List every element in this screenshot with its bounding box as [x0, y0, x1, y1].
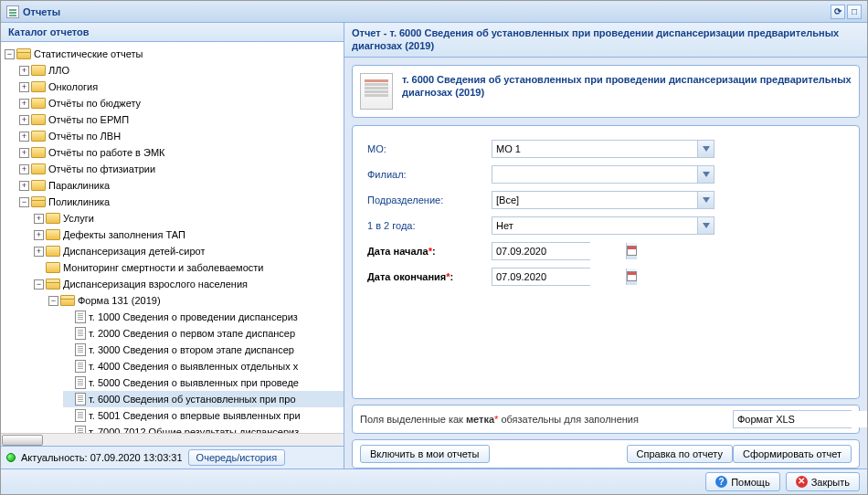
expand-icon[interactable]: +	[19, 66, 29, 76]
tree-node[interactable]: т. 5000 Сведения о выявленных при провед…	[63, 374, 344, 391]
close-icon: ✕	[796, 476, 808, 488]
document-icon	[75, 409, 86, 422]
tree-node-label: Поликлиника	[48, 196, 110, 207]
chevron-down-icon[interactable]	[697, 217, 714, 234]
mo-input[interactable]	[492, 141, 697, 157]
expand-icon[interactable]: +	[19, 148, 29, 158]
date-from-field[interactable]	[492, 242, 590, 260]
window-title: Отчеты	[23, 6, 60, 17]
tree-node-label: т. 1000 Сведения о проведении диспансери…	[89, 311, 298, 322]
include-button[interactable]: Включить в мои отчеты	[360, 445, 490, 463]
tree-node[interactable]: +Дефекты заполнения ТАП	[34, 226, 344, 243]
required-note: Поля выделенные как метка* обязательны д…	[352, 405, 860, 434]
mo-combo[interactable]	[492, 140, 715, 158]
dept-input[interactable]	[492, 192, 697, 208]
chevron-down-icon[interactable]	[697, 166, 714, 183]
help-button[interactable]: ?Помощь	[705, 472, 780, 491]
tree-node[interactable]: т. 7000-7012 Общие результаты диспансери…	[63, 424, 344, 433]
tree-spacer	[34, 263, 44, 273]
tree-node[interactable]: Мониторинг смертности и заболеваемости	[34, 259, 344, 276]
date-to-field[interactable]	[492, 268, 590, 286]
tree-node[interactable]: +Отчёты по бюджету	[19, 95, 344, 111]
collapse-icon[interactable]: −	[5, 49, 15, 59]
close-button[interactable]: ✕Закрыть	[786, 472, 860, 491]
chevron-down-icon[interactable]	[697, 192, 714, 208]
generate-button[interactable]: Сформировать отчет	[733, 445, 852, 463]
chevron-down-icon[interactable]	[697, 141, 714, 157]
report-title: т. 6000 Сведения об установленных при пр…	[402, 73, 852, 100]
queue-history-button[interactable]: Очередь/история	[188, 449, 286, 466]
report-document-icon	[360, 73, 393, 110]
catalog-panel: Каталог отчетов − Статистические отчеты …	[1, 23, 344, 469]
folder-icon	[31, 147, 46, 158]
tree-node-label: Мониторинг смертности и заболеваемости	[63, 262, 263, 273]
tree-node-label: Форма 131 (2019)	[78, 295, 161, 306]
expand-icon[interactable]: +	[34, 230, 44, 240]
tree-node[interactable]: т. 2000 Сведения о первом этапе диспансе…	[63, 325, 344, 342]
branch-input[interactable]	[492, 166, 697, 183]
tree-node[interactable]: т. 6000 Сведения об установленных при пр…	[63, 391, 344, 407]
tree-node[interactable]: +Услуги	[34, 210, 344, 226]
reports-icon	[6, 5, 19, 18]
tree-node[interactable]: +Отчёты по фтизиатрии	[19, 161, 344, 177]
dept-combo[interactable]	[492, 191, 715, 209]
document-icon	[75, 393, 86, 405]
format-combo[interactable]	[733, 410, 852, 428]
tree-node[interactable]: +Диспансеризация детей-сирот	[34, 243, 344, 259]
refresh-button[interactable]: ⟳	[831, 5, 845, 19]
tree-node[interactable]: +Отчёты по ЛВН	[19, 128, 344, 144]
tree-node[interactable]: т. 1000 Сведения о проведении диспансери…	[63, 309, 344, 325]
tree-node[interactable]: +Онкология	[19, 79, 344, 95]
expand-icon[interactable]: +	[34, 214, 44, 224]
tree-node[interactable]: −Поликлиника	[19, 194, 344, 210]
freq-combo[interactable]	[492, 216, 715, 235]
tree-root[interactable]: − Статистические отчеты	[5, 46, 344, 62]
tree-node[interactable]: −Диспансеризация взрослого населения	[34, 276, 344, 292]
tree-node-label: Отчёты по ЛВН	[48, 131, 121, 142]
horizontal-scrollbar[interactable]	[1, 433, 344, 446]
window-footer: ?Помощь ✕Закрыть	[1, 469, 867, 494]
mo-label: МО:	[367, 143, 492, 154]
calendar-icon[interactable]	[626, 269, 637, 285]
expand-icon[interactable]: +	[34, 247, 44, 257]
tree-node[interactable]: +Параклиника	[19, 177, 344, 194]
date-to-input[interactable]	[492, 269, 626, 285]
report-panel: Отчет - т. 6000 Сведения об установленны…	[344, 23, 867, 469]
expand-icon[interactable]: +	[19, 181, 29, 191]
collapse-icon[interactable]: −	[19, 197, 29, 207]
tree-node[interactable]: +Отчёты по ЕРМП	[19, 111, 344, 128]
folder-open-icon	[31, 196, 46, 207]
expand-icon[interactable]: +	[19, 164, 29, 174]
folder-open-icon	[16, 48, 31, 59]
catalog-header: Каталог отчетов	[1, 23, 344, 42]
document-icon	[75, 311, 86, 323]
report-header: Отчет - т. 6000 Сведения об установленны…	[344, 23, 867, 58]
tree-spacer	[63, 362, 73, 372]
tree-node-label: Параклиника	[48, 180, 110, 191]
collapse-icon[interactable]: −	[34, 279, 44, 290]
tree-node[interactable]: +ЛЛО	[19, 62, 344, 79]
expand-icon[interactable]: +	[19, 82, 29, 92]
tree-node[interactable]: −Форма 131 (2019)	[48, 292, 344, 309]
expand-icon[interactable]: +	[19, 132, 29, 142]
expand-icon[interactable]: +	[19, 115, 29, 125]
freq-label: 1 в 2 года:	[367, 220, 492, 231]
tree-node[interactable]: +Отчёты по работе в ЭМК	[19, 144, 344, 161]
tree-node[interactable]: т. 5001 Сведения о впервые выявленных пр…	[63, 407, 344, 424]
calendar-icon[interactable]	[626, 243, 637, 259]
collapse-icon[interactable]: −	[48, 296, 58, 306]
format-input[interactable]	[734, 411, 867, 427]
tree-node-label: Онкология	[48, 81, 98, 92]
expand-icon[interactable]: +	[19, 99, 29, 109]
tree-node[interactable]: т. 3000 Сведения о втором этапе диспансе…	[63, 342, 344, 358]
tree-node-label: Услуги	[63, 213, 94, 224]
date-from-input[interactable]	[492, 243, 626, 259]
maximize-button[interactable]: □	[847, 5, 862, 19]
report-help-button[interactable]: Справка по отчету	[627, 445, 733, 463]
freq-input[interactable]	[492, 217, 697, 234]
branch-combo[interactable]	[492, 165, 715, 184]
report-tree[interactable]: − Статистические отчеты +ЛЛО+Онкология+О…	[1, 42, 344, 433]
document-icon	[75, 343, 86, 356]
tree-node[interactable]: т. 4000 Сведения о выявленных отдельных …	[63, 358, 344, 374]
document-icon	[75, 426, 86, 433]
